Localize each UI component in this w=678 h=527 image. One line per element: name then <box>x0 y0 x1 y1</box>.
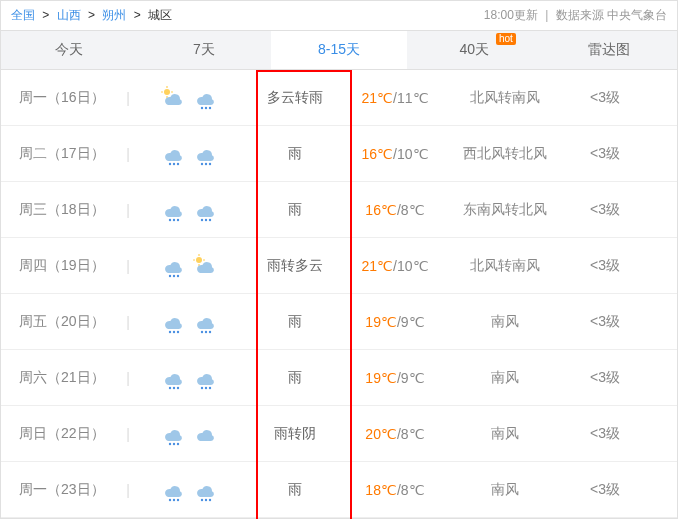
svg-point-8 <box>169 162 171 164</box>
svg-point-28 <box>169 330 171 332</box>
forecast-row[interactable]: 周一（23日）|雨18℃/8℃南风<3级 <box>1 462 677 518</box>
tab-0[interactable]: 今天 <box>1 31 136 69</box>
weather-panel: 全国 > 山西 > 朔州 > 城区 18:00更新 | 数据来源 中央气象台 今… <box>0 0 678 519</box>
forecast-rows: 周一（16日）|多云转雨21℃/11℃北风转南风<3级周二（17日）|雨16℃/… <box>1 70 677 518</box>
tab-label: 40天 <box>459 41 489 57</box>
weather-icons <box>135 477 245 503</box>
svg-point-38 <box>205 386 207 388</box>
svg-point-30 <box>177 330 179 332</box>
weather-desc: 雨 <box>245 145 345 163</box>
rain-icon <box>160 141 188 167</box>
forecast-row[interactable]: 周四（19日）|雨转多云21℃/10℃北风转南风<3级 <box>1 238 677 294</box>
svg-point-45 <box>177 498 179 500</box>
rain-icon <box>160 421 188 447</box>
svg-point-46 <box>201 498 203 500</box>
forecast-tabs: 今天7天8-15天40天hot雷达图 <box>1 30 677 70</box>
rain-icon <box>160 197 188 223</box>
divider: | <box>121 482 135 498</box>
temp: 16℃/10℃ <box>345 146 445 162</box>
temp-high: 21℃ <box>361 258 393 274</box>
divider: | <box>121 314 135 330</box>
forecast-row[interactable]: 周六（21日）|雨19℃/9℃南风<3级 <box>1 350 677 406</box>
divider: | <box>121 202 135 218</box>
crumb-city[interactable]: 朔州 <box>102 8 126 22</box>
wind-level: <3级 <box>565 313 645 331</box>
tab-label: 雷达图 <box>588 41 630 57</box>
forecast-row[interactable]: 周三（18日）|雨16℃/8℃东南风转北风<3级 <box>1 182 677 238</box>
wind-level: <3级 <box>565 369 645 387</box>
temp-high: 18℃ <box>365 482 397 498</box>
tab-3[interactable]: 40天hot <box>407 31 542 69</box>
svg-point-33 <box>209 330 211 332</box>
svg-point-37 <box>201 386 203 388</box>
date-label: 周一（16日） <box>1 89 121 107</box>
update-source: 18:00更新 | 数据来源 中央气象台 <box>484 7 667 24</box>
date-label: 周五（20日） <box>1 313 121 331</box>
rain-icon <box>160 477 188 503</box>
temp: 20℃/8℃ <box>345 426 445 442</box>
svg-point-20 <box>169 274 171 276</box>
tab-label: 今天 <box>55 41 83 57</box>
tab-1[interactable]: 7天 <box>136 31 271 69</box>
divider: | <box>121 258 135 274</box>
tab-2[interactable]: 8-15天 <box>271 31 406 69</box>
svg-point-36 <box>177 386 179 388</box>
date-label: 周一（23日） <box>1 481 121 499</box>
wind-level: <3级 <box>565 481 645 499</box>
crumb-district: 城区 <box>148 8 172 22</box>
temp: 19℃/9℃ <box>345 314 445 330</box>
weather-desc: 雨 <box>245 201 345 219</box>
svg-point-40 <box>169 442 171 444</box>
wind-dir: 东南风转北风 <box>445 201 565 219</box>
svg-point-10 <box>177 162 179 164</box>
svg-point-13 <box>209 162 211 164</box>
divider: | <box>121 426 135 442</box>
temp-low: /9℃ <box>397 370 425 386</box>
forecast-row[interactable]: 周二（17日）|雨16℃/10℃西北风转北风<3级 <box>1 126 677 182</box>
rain-icon <box>192 365 220 391</box>
breadcrumb: 全国 > 山西 > 朔州 > 城区 18:00更新 | 数据来源 中央气象台 <box>1 1 677 30</box>
wind-dir: 南风 <box>445 313 565 331</box>
date-label: 周二（17日） <box>1 145 121 163</box>
hot-badge: hot <box>496 33 516 45</box>
cloudy-icon <box>192 421 220 447</box>
weather-desc: 雨 <box>245 313 345 331</box>
cloudy-sun-icon <box>160 85 188 111</box>
temp-high: 21℃ <box>361 90 393 106</box>
svg-point-0 <box>164 89 170 95</box>
forecast-rows-wrap: 周一（16日）|多云转雨21℃/11℃北风转南风<3级周二（17日）|雨16℃/… <box>1 70 677 518</box>
weather-desc: 雨 <box>245 369 345 387</box>
temp-low: /9℃ <box>397 314 425 330</box>
rain-icon <box>160 309 188 335</box>
weather-icons <box>135 85 245 111</box>
wind-level: <3级 <box>565 145 645 163</box>
forecast-row[interactable]: 周五（20日）|雨19℃/9℃南风<3级 <box>1 294 677 350</box>
crumb-province[interactable]: 山西 <box>57 8 81 22</box>
wind-dir: 北风转南风 <box>445 89 565 107</box>
temp-high: 19℃ <box>365 314 397 330</box>
date-label: 周日（22日） <box>1 425 121 443</box>
divider: | <box>121 146 135 162</box>
temp-low: /8℃ <box>397 482 425 498</box>
wind-dir: 南风 <box>445 369 565 387</box>
wind-level: <3级 <box>565 425 645 443</box>
svg-point-42 <box>177 442 179 444</box>
svg-point-6 <box>205 106 207 108</box>
svg-point-14 <box>169 218 171 220</box>
weather-desc: 雨 <box>245 481 345 499</box>
temp-low: /11℃ <box>393 90 428 106</box>
forecast-row[interactable]: 周日（22日）|雨转阴20℃/8℃南风<3级 <box>1 406 677 462</box>
wind-dir: 西北风转北风 <box>445 145 565 163</box>
svg-point-43 <box>169 498 171 500</box>
forecast-row[interactable]: 周一（16日）|多云转雨21℃/11℃北风转南风<3级 <box>1 70 677 126</box>
svg-point-31 <box>201 330 203 332</box>
tab-label: 7天 <box>193 41 215 57</box>
divider: | <box>121 370 135 386</box>
svg-point-41 <box>173 442 175 444</box>
svg-point-12 <box>205 162 207 164</box>
tab-4[interactable]: 雷达图 <box>542 31 677 69</box>
crumb-root[interactable]: 全国 <box>11 8 35 22</box>
rain-icon <box>160 253 188 279</box>
rain-icon <box>160 365 188 391</box>
svg-point-21 <box>173 274 175 276</box>
